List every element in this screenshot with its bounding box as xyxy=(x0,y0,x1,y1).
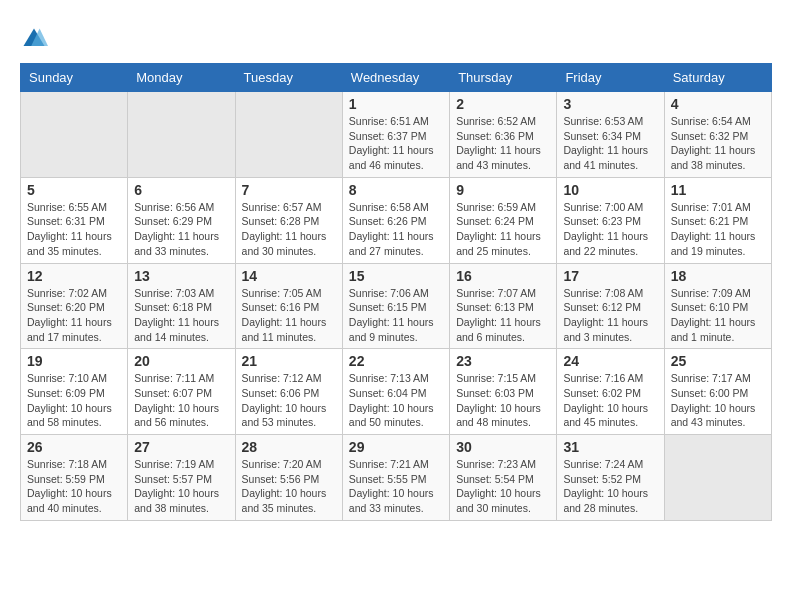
weekday-header: Wednesday xyxy=(342,64,449,92)
calendar-cell xyxy=(664,435,771,521)
day-number: 12 xyxy=(27,268,121,284)
calendar-cell: 26Sunrise: 7:18 AM Sunset: 5:59 PM Dayli… xyxy=(21,435,128,521)
calendar-cell xyxy=(21,92,128,178)
day-info: Sunrise: 6:52 AM Sunset: 6:36 PM Dayligh… xyxy=(456,114,550,173)
calendar-cell: 4Sunrise: 6:54 AM Sunset: 6:32 PM Daylig… xyxy=(664,92,771,178)
calendar-cell: 29Sunrise: 7:21 AM Sunset: 5:55 PM Dayli… xyxy=(342,435,449,521)
day-info: Sunrise: 7:05 AM Sunset: 6:16 PM Dayligh… xyxy=(242,286,336,345)
day-number: 24 xyxy=(563,353,657,369)
calendar-cell: 31Sunrise: 7:24 AM Sunset: 5:52 PM Dayli… xyxy=(557,435,664,521)
day-number: 23 xyxy=(456,353,550,369)
calendar-cell: 3Sunrise: 6:53 AM Sunset: 6:34 PM Daylig… xyxy=(557,92,664,178)
calendar-cell: 14Sunrise: 7:05 AM Sunset: 6:16 PM Dayli… xyxy=(235,263,342,349)
calendar-week-row: 12Sunrise: 7:02 AM Sunset: 6:20 PM Dayli… xyxy=(21,263,772,349)
day-info: Sunrise: 7:23 AM Sunset: 5:54 PM Dayligh… xyxy=(456,457,550,516)
day-info: Sunrise: 7:18 AM Sunset: 5:59 PM Dayligh… xyxy=(27,457,121,516)
day-number: 10 xyxy=(563,182,657,198)
calendar-cell: 23Sunrise: 7:15 AM Sunset: 6:03 PM Dayli… xyxy=(450,349,557,435)
weekday-header: Tuesday xyxy=(235,64,342,92)
day-info: Sunrise: 7:08 AM Sunset: 6:12 PM Dayligh… xyxy=(563,286,657,345)
calendar-cell: 25Sunrise: 7:17 AM Sunset: 6:00 PM Dayli… xyxy=(664,349,771,435)
day-number: 21 xyxy=(242,353,336,369)
weekday-header: Sunday xyxy=(21,64,128,92)
page-header xyxy=(20,20,772,53)
day-number: 19 xyxy=(27,353,121,369)
calendar-cell: 10Sunrise: 7:00 AM Sunset: 6:23 PM Dayli… xyxy=(557,177,664,263)
day-info: Sunrise: 7:20 AM Sunset: 5:56 PM Dayligh… xyxy=(242,457,336,516)
day-number: 31 xyxy=(563,439,657,455)
day-info: Sunrise: 7:16 AM Sunset: 6:02 PM Dayligh… xyxy=(563,371,657,430)
day-info: Sunrise: 7:21 AM Sunset: 5:55 PM Dayligh… xyxy=(349,457,443,516)
day-number: 3 xyxy=(563,96,657,112)
day-info: Sunrise: 7:07 AM Sunset: 6:13 PM Dayligh… xyxy=(456,286,550,345)
calendar-cell: 27Sunrise: 7:19 AM Sunset: 5:57 PM Dayli… xyxy=(128,435,235,521)
day-info: Sunrise: 6:53 AM Sunset: 6:34 PM Dayligh… xyxy=(563,114,657,173)
calendar-cell: 20Sunrise: 7:11 AM Sunset: 6:07 PM Dayli… xyxy=(128,349,235,435)
calendar-cell: 5Sunrise: 6:55 AM Sunset: 6:31 PM Daylig… xyxy=(21,177,128,263)
day-number: 22 xyxy=(349,353,443,369)
calendar-cell: 1Sunrise: 6:51 AM Sunset: 6:37 PM Daylig… xyxy=(342,92,449,178)
day-number: 14 xyxy=(242,268,336,284)
calendar-cell xyxy=(235,92,342,178)
day-info: Sunrise: 7:03 AM Sunset: 6:18 PM Dayligh… xyxy=(134,286,228,345)
day-info: Sunrise: 7:12 AM Sunset: 6:06 PM Dayligh… xyxy=(242,371,336,430)
day-info: Sunrise: 7:17 AM Sunset: 6:00 PM Dayligh… xyxy=(671,371,765,430)
day-info: Sunrise: 6:59 AM Sunset: 6:24 PM Dayligh… xyxy=(456,200,550,259)
calendar-cell: 22Sunrise: 7:13 AM Sunset: 6:04 PM Dayli… xyxy=(342,349,449,435)
calendar-cell: 12Sunrise: 7:02 AM Sunset: 6:20 PM Dayli… xyxy=(21,263,128,349)
day-info: Sunrise: 7:11 AM Sunset: 6:07 PM Dayligh… xyxy=(134,371,228,430)
day-number: 27 xyxy=(134,439,228,455)
calendar-cell: 9Sunrise: 6:59 AM Sunset: 6:24 PM Daylig… xyxy=(450,177,557,263)
calendar-week-row: 5Sunrise: 6:55 AM Sunset: 6:31 PM Daylig… xyxy=(21,177,772,263)
day-number: 2 xyxy=(456,96,550,112)
day-number: 8 xyxy=(349,182,443,198)
day-info: Sunrise: 7:15 AM Sunset: 6:03 PM Dayligh… xyxy=(456,371,550,430)
day-info: Sunrise: 6:55 AM Sunset: 6:31 PM Dayligh… xyxy=(27,200,121,259)
calendar-cell: 21Sunrise: 7:12 AM Sunset: 6:06 PM Dayli… xyxy=(235,349,342,435)
day-number: 13 xyxy=(134,268,228,284)
day-number: 28 xyxy=(242,439,336,455)
day-number: 16 xyxy=(456,268,550,284)
calendar-cell: 7Sunrise: 6:57 AM Sunset: 6:28 PM Daylig… xyxy=(235,177,342,263)
day-number: 11 xyxy=(671,182,765,198)
day-info: Sunrise: 6:57 AM Sunset: 6:28 PM Dayligh… xyxy=(242,200,336,259)
calendar-cell: 30Sunrise: 7:23 AM Sunset: 5:54 PM Dayli… xyxy=(450,435,557,521)
weekday-header: Monday xyxy=(128,64,235,92)
calendar-cell xyxy=(128,92,235,178)
day-number: 6 xyxy=(134,182,228,198)
calendar-cell: 24Sunrise: 7:16 AM Sunset: 6:02 PM Dayli… xyxy=(557,349,664,435)
day-number: 5 xyxy=(27,182,121,198)
day-info: Sunrise: 6:51 AM Sunset: 6:37 PM Dayligh… xyxy=(349,114,443,173)
day-number: 1 xyxy=(349,96,443,112)
calendar-week-row: 26Sunrise: 7:18 AM Sunset: 5:59 PM Dayli… xyxy=(21,435,772,521)
day-number: 18 xyxy=(671,268,765,284)
day-number: 29 xyxy=(349,439,443,455)
day-info: Sunrise: 7:19 AM Sunset: 5:57 PM Dayligh… xyxy=(134,457,228,516)
calendar-cell: 8Sunrise: 6:58 AM Sunset: 6:26 PM Daylig… xyxy=(342,177,449,263)
day-info: Sunrise: 7:06 AM Sunset: 6:15 PM Dayligh… xyxy=(349,286,443,345)
calendar-cell: 16Sunrise: 7:07 AM Sunset: 6:13 PM Dayli… xyxy=(450,263,557,349)
day-info: Sunrise: 7:10 AM Sunset: 6:09 PM Dayligh… xyxy=(27,371,121,430)
weekday-header: Saturday xyxy=(664,64,771,92)
calendar-cell: 18Sunrise: 7:09 AM Sunset: 6:10 PM Dayli… xyxy=(664,263,771,349)
day-info: Sunrise: 6:56 AM Sunset: 6:29 PM Dayligh… xyxy=(134,200,228,259)
day-info: Sunrise: 7:24 AM Sunset: 5:52 PM Dayligh… xyxy=(563,457,657,516)
day-number: 25 xyxy=(671,353,765,369)
calendar-cell: 28Sunrise: 7:20 AM Sunset: 5:56 PM Dayli… xyxy=(235,435,342,521)
day-number: 26 xyxy=(27,439,121,455)
calendar-week-row: 19Sunrise: 7:10 AM Sunset: 6:09 PM Dayli… xyxy=(21,349,772,435)
day-info: Sunrise: 7:09 AM Sunset: 6:10 PM Dayligh… xyxy=(671,286,765,345)
day-number: 20 xyxy=(134,353,228,369)
calendar-cell: 19Sunrise: 7:10 AM Sunset: 6:09 PM Dayli… xyxy=(21,349,128,435)
day-number: 30 xyxy=(456,439,550,455)
day-number: 4 xyxy=(671,96,765,112)
day-info: Sunrise: 7:00 AM Sunset: 6:23 PM Dayligh… xyxy=(563,200,657,259)
calendar-week-row: 1Sunrise: 6:51 AM Sunset: 6:37 PM Daylig… xyxy=(21,92,772,178)
day-info: Sunrise: 7:13 AM Sunset: 6:04 PM Dayligh… xyxy=(349,371,443,430)
calendar-cell: 11Sunrise: 7:01 AM Sunset: 6:21 PM Dayli… xyxy=(664,177,771,263)
calendar-cell: 15Sunrise: 7:06 AM Sunset: 6:15 PM Dayli… xyxy=(342,263,449,349)
day-info: Sunrise: 6:58 AM Sunset: 6:26 PM Dayligh… xyxy=(349,200,443,259)
calendar-cell: 6Sunrise: 6:56 AM Sunset: 6:29 PM Daylig… xyxy=(128,177,235,263)
day-number: 9 xyxy=(456,182,550,198)
day-number: 17 xyxy=(563,268,657,284)
